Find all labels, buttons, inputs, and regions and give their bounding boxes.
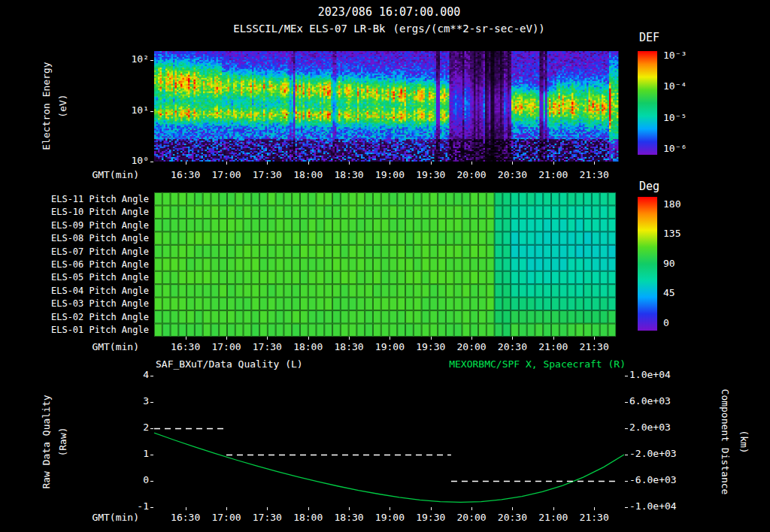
time-tick-mark-middle xyxy=(226,337,227,340)
time-tick-mark-middle xyxy=(431,337,432,340)
time-tick-mark-bottom xyxy=(308,507,309,510)
energy-axis-label: Electron Energy xyxy=(41,62,52,150)
distance-tick-mark xyxy=(625,428,628,429)
pitch-row-label: ELS-03 Pitch Angle xyxy=(42,298,149,309)
time-tick-mark-bottom xyxy=(471,507,472,510)
deg-colorbar-tick: 90 xyxy=(663,258,675,269)
time-tick-mark-top xyxy=(349,162,350,165)
bottom-title-right: MEXORBMC/SPF X, Spacecraft (R) xyxy=(338,359,626,370)
energy-tick-mark xyxy=(150,60,153,61)
time-tick-mark-middle xyxy=(267,337,268,340)
time-tick-mark-middle xyxy=(471,337,472,340)
time-tick-mark-bottom xyxy=(512,507,513,510)
time-tick-mark-bottom xyxy=(594,507,595,510)
spectrogram-title: ELSSCIL/MEx ELS-07 LR-Bk(ergs/(cm**2-sr-… xyxy=(117,23,662,34)
deg-colorbar-label: Deg xyxy=(639,181,659,192)
quality-axis-units: (Raw) xyxy=(58,427,68,456)
distance-tick-label: -2.0e+03 xyxy=(629,449,677,459)
time-tick-mark-middle xyxy=(186,337,186,340)
energy-tick-label: 10² xyxy=(110,54,149,65)
energy-axis-units: (eV) xyxy=(58,94,68,117)
time-tick-label-top: 21:00 xyxy=(538,170,568,180)
science-plot-page: 2023/086 16:07:00.000 ELSSCIL/MEx ELS-07… xyxy=(0,0,770,532)
time-tick-mark-bottom xyxy=(431,507,432,510)
time-tick-mark-top xyxy=(512,162,513,165)
instrument-title: ELSSCIL/MEx ELS-07 LR-Bk xyxy=(233,23,385,35)
deg-colorbar-tick: 135 xyxy=(663,228,681,239)
time-tick-mark-top xyxy=(390,162,390,165)
pitch-row-label: ELS-10 Pitch Angle xyxy=(42,207,149,217)
distance-axis-units: (km) xyxy=(738,430,749,453)
quality-tick-label: 2 xyxy=(113,422,149,433)
time-tick-label-middle: 20:00 xyxy=(457,342,487,352)
time-tick-label-top: 20:30 xyxy=(498,170,527,180)
distance-tick-mark xyxy=(625,376,628,376)
distance-tick-mark xyxy=(625,455,628,455)
time-tick-mark-middle xyxy=(512,337,513,340)
time-tick-label-middle: 17:30 xyxy=(253,342,282,352)
quality-tick-mark xyxy=(150,481,153,482)
pitch-row-label: ELS-06 Pitch Angle xyxy=(42,259,149,270)
time-tick-label-bottom: 19:30 xyxy=(416,512,445,523)
time-tick-label-middle: 21:00 xyxy=(538,342,568,352)
pitch-row-label: ELS-02 Pitch Angle xyxy=(42,312,149,322)
time-tick-label-top: 16:30 xyxy=(171,170,200,180)
time-tick-label-top: 19:00 xyxy=(375,170,405,180)
time-tick-label-bottom: 19:00 xyxy=(375,512,405,523)
deg-colorbar-tick: 45 xyxy=(663,288,675,298)
time-tick-mark-top xyxy=(267,162,268,165)
time-tick-label-bottom: 17:30 xyxy=(253,512,282,523)
def-colorbar-tick: 10⁻³ xyxy=(663,50,687,61)
distance-tick-mark xyxy=(625,402,628,403)
pitch-row-label: ELS-09 Pitch Angle xyxy=(42,220,149,231)
time-tick-mark-top xyxy=(186,162,186,165)
time-tick-mark-middle xyxy=(594,337,595,340)
pitch-row-label: ELS-04 Pitch Angle xyxy=(42,286,149,296)
time-tick-label-bottom: 18:30 xyxy=(334,512,363,523)
distance-tick-mark xyxy=(625,507,628,508)
gmt-label-top: GMT(min) xyxy=(66,170,139,180)
time-tick-mark-bottom xyxy=(553,507,554,510)
datetime-title: 2023/086 16:07:00.000 xyxy=(154,7,624,17)
time-tick-label-bottom: 21:30 xyxy=(580,512,609,523)
time-tick-mark-bottom xyxy=(267,507,268,510)
time-tick-mark-bottom xyxy=(186,507,186,510)
time-tick-label-middle: 18:30 xyxy=(334,342,363,352)
time-tick-label-middle: 17:00 xyxy=(211,342,241,352)
time-tick-label-top: 20:00 xyxy=(457,170,487,180)
bottom-title-left: SAF_BXuT/Data Quality (L) xyxy=(156,359,303,370)
time-tick-mark-top xyxy=(308,162,309,165)
time-tick-label-middle: 16:30 xyxy=(171,342,200,352)
time-tick-mark-top xyxy=(553,162,554,165)
pitch-row-label: ELS-01 Pitch Angle xyxy=(42,325,149,335)
quality-tick-label: -1 xyxy=(113,501,149,512)
time-tick-label-top: 19:30 xyxy=(416,170,445,180)
quality-tick-mark xyxy=(150,376,153,376)
energy-tick-mark xyxy=(150,111,153,112)
distance-tick-mark xyxy=(625,481,628,482)
time-tick-mark-bottom xyxy=(226,507,227,510)
energy-spectrogram-canvas xyxy=(154,51,624,162)
quality-tick-mark xyxy=(150,507,153,508)
pitch-row-label: ELS-11 Pitch Angle xyxy=(42,194,149,204)
quality-axis-label: Raw Data Quality xyxy=(41,394,52,488)
quality-tick-label: 4 xyxy=(113,370,149,380)
time-tick-label-bottom: 16:30 xyxy=(171,512,200,523)
time-tick-label-top: 21:30 xyxy=(580,170,609,180)
quality-tick-mark xyxy=(150,402,153,403)
timeseries-canvas xyxy=(154,376,624,507)
time-tick-mark-top xyxy=(594,162,595,165)
time-tick-mark-top xyxy=(226,162,227,165)
time-tick-label-bottom: 17:00 xyxy=(211,512,241,523)
quality-tick-label: 3 xyxy=(113,396,149,407)
pitch-row-label: ELS-05 Pitch Angle xyxy=(42,272,149,283)
energy-tick-mark xyxy=(150,162,153,162)
time-tick-label-top: 17:00 xyxy=(211,170,241,180)
energy-tick-label: 10¹ xyxy=(110,105,149,116)
time-tick-mark-top xyxy=(471,162,472,165)
time-tick-label-top: 18:00 xyxy=(293,170,323,180)
time-tick-label-middle: 18:00 xyxy=(293,342,323,352)
time-tick-label-bottom: 20:00 xyxy=(457,512,487,523)
distance-tick-label: -6.0e+03 xyxy=(629,475,677,485)
time-tick-label-middle: 19:00 xyxy=(375,342,405,352)
